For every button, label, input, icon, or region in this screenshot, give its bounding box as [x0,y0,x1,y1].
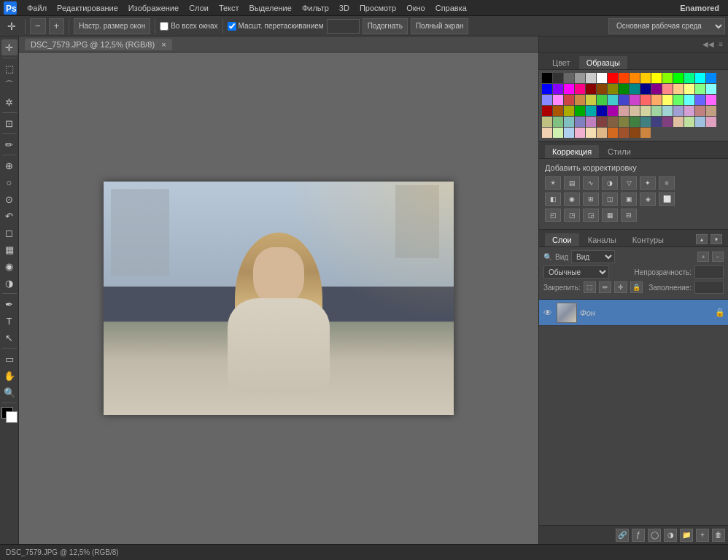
color-swatch[interactable] [684,73,694,83]
color-swatch[interactable] [662,117,673,127]
color-swatch[interactable] [542,128,552,138]
color-swatch[interactable] [684,117,694,127]
color-swatch[interactable] [575,106,585,116]
invert-icon[interactable]: ▣ [621,192,637,206]
blend-mode-select[interactable]: Обычные [543,265,609,279]
new-layer-icon[interactable]: + [697,252,709,262]
menu-select[interactable]: Выделение [244,2,297,14]
gradient-tool[interactable]: ▦ [1,241,18,257]
color-swatch[interactable] [630,95,640,105]
color-swatch[interactable] [597,73,607,83]
delete-layer-btn[interactable]: 🗑 [712,529,725,542]
color-swatch[interactable] [619,84,629,94]
opacity-input[interactable]: 100% [694,265,724,279]
new-layer-btn[interactable]: + [696,529,709,542]
color-swatch[interactable] [651,117,662,127]
workspace-select[interactable]: Основная рабочая среда [608,18,725,34]
delete-icon[interactable]: − [712,252,724,262]
tab-color[interactable]: Цвет [545,56,578,69]
color-swatch[interactable] [695,106,705,116]
panel-expand-icon[interactable]: ▾ [710,234,722,244]
tab-swatches[interactable]: Образцы [579,56,627,69]
color-swatch[interactable] [564,95,574,105]
gradient-icon[interactable]: ▦ [602,209,618,222]
color-swatch[interactable] [542,73,552,83]
color-swatch[interactable] [651,95,662,105]
color-swatch[interactable] [630,106,640,116]
colorbalance-icon[interactable]: ≡ [659,176,675,190]
scale-drag-checkbox[interactable]: Масшт. перетаскиванием [228,22,324,31]
view-select[interactable]: Вид [571,250,615,263]
color-swatch[interactable] [586,84,596,94]
color-swatch[interactable] [640,84,651,94]
exposure-icon[interactable]: ◑ [602,176,618,190]
color-swatch[interactable] [564,73,574,83]
selective-icon[interactable]: ◳ [564,209,580,222]
fill-input[interactable]: 100% [694,281,724,294]
menu-edit[interactable]: Редактирование [52,2,123,14]
color-swatch[interactable] [542,117,552,127]
color-swatch[interactable] [586,128,596,138]
marquee-tool[interactable]: ⬚ [1,61,18,77]
color-swatch[interactable] [597,106,607,116]
color-swatch[interactable] [608,128,618,138]
dodge-tool[interactable]: ◑ [1,275,18,291]
path-selection[interactable]: ↖ [1,330,18,346]
zoom-out-btn[interactable]: − [30,18,46,34]
color-swatch[interactable] [575,73,585,83]
lasso-tool[interactable]: ⌒ [1,77,18,93]
collapse-btn[interactable]: ◀◀ [700,39,716,49]
color-swatch[interactable] [640,117,651,127]
tab-styles[interactable]: Стили [600,145,638,158]
all-windows-check[interactable] [160,22,169,31]
vibrance-icon[interactable]: ▽ [621,176,637,190]
color-swatch[interactable] [640,73,651,83]
color-swatch[interactable] [597,95,607,105]
threshold-icon[interactable]: ⬜ [659,192,675,206]
menu-view[interactable]: Просмотр [355,2,401,14]
blur-tool[interactable]: ◉ [1,258,18,274]
tab-correction[interactable]: Коррекция [545,145,599,158]
color-swatch[interactable] [619,95,629,105]
color-swatch[interactable] [564,117,574,127]
menu-layers[interactable]: Слои [184,2,214,14]
new-group-btn[interactable]: 📁 [680,529,693,542]
zoom-in-btn[interactable]: + [49,18,65,34]
color-swatch[interactable] [630,128,640,138]
type-tool[interactable]: T [1,313,18,329]
color-swatch[interactable] [640,106,651,116]
panel-menu-btn[interactable]: ≡ [716,39,725,49]
color-swatch[interactable] [695,73,705,83]
add-mask-btn[interactable]: ◯ [648,529,661,542]
background-color[interactable] [6,411,18,423]
brush-tool[interactable]: ○ [1,174,18,190]
color-swatch[interactable] [695,117,705,127]
bw-icon[interactable]: ◧ [545,192,561,206]
channelmixer-icon[interactable]: ⊞ [583,192,599,206]
link-layers-btn[interactable]: 🔗 [616,529,629,542]
close-tab-btn[interactable]: × [161,40,166,49]
color-swatch[interactable] [586,73,596,83]
new-adjustment-btn[interactable]: ◑ [664,529,677,542]
levels-icon[interactable]: ▤ [564,176,580,190]
color-swatch[interactable] [608,73,618,83]
color-swatch[interactable] [640,95,651,105]
color-swatch[interactable] [706,84,716,94]
tab-paths[interactable]: Контуры [625,233,671,246]
color-swatch[interactable] [553,95,563,105]
fit-btn[interactable]: Подогнать [363,18,408,34]
color-swatch[interactable] [706,117,716,127]
active-document-tab[interactable]: DSC_7579.JPG @ 12,5% (RGB/8) × [25,39,172,50]
color-swatch[interactable] [662,95,673,105]
panel-collapse-icon[interactable]: ▴ [696,234,708,244]
color-swatch[interactable] [695,84,705,94]
color-swatch[interactable] [651,106,662,116]
hsl-icon[interactable]: ✦ [640,176,656,190]
color-swatch[interactable] [564,106,574,116]
tab-channels[interactable]: Каналы [581,233,624,246]
zoom-tool[interactable]: 🔍 [1,384,18,400]
posterize-icon[interactable]: ◈ [640,192,656,206]
pen-tool[interactable]: ✒ [1,296,18,312]
menu-window[interactable]: Окно [401,2,430,14]
color-swatch[interactable] [575,117,585,127]
